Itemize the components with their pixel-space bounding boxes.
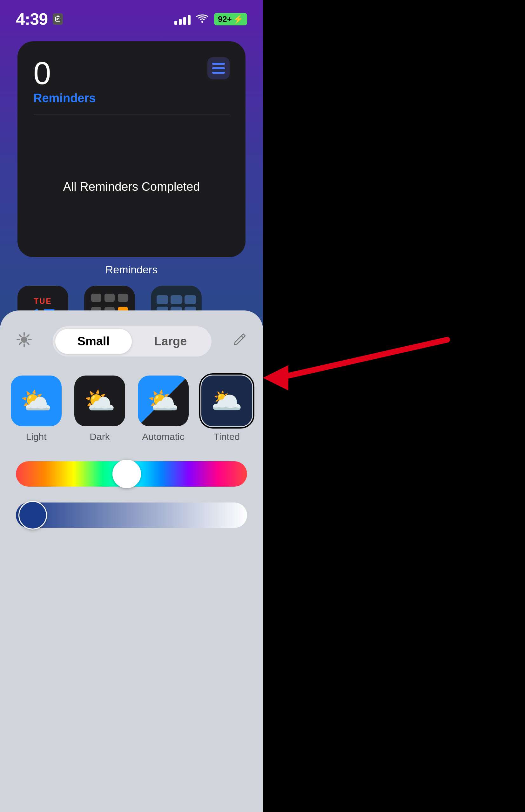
light-style-icon: ⛅ <box>11 376 62 426</box>
size-toggle[interactable]: Small Large <box>53 326 212 356</box>
phone-screen: 4:39 <box>0 0 263 812</box>
color-slider-thumb[interactable] <box>112 460 141 488</box>
style-options-row: ⛅ Light ⛅ Dark ⛅ Automatic <box>16 376 247 442</box>
large-size-button[interactable]: Large <box>132 329 209 354</box>
tinted-style-label: Tinted <box>214 431 240 442</box>
red-arrow-container <box>263 321 453 392</box>
svg-marker-20 <box>263 365 288 390</box>
red-arrow-icon <box>263 321 453 390</box>
automatic-style-label: Automatic <box>142 431 184 442</box>
automatic-style-option[interactable]: ⛅ Automatic <box>138 376 189 442</box>
status-icons: 92+ ⚡ <box>174 12 247 26</box>
brightness-icon[interactable] <box>16 332 32 352</box>
light-style-option[interactable]: ⛅ Light <box>11 376 62 442</box>
list-icon <box>207 57 230 79</box>
color-slider[interactable] <box>16 461 247 487</box>
edit-icon[interactable] <box>232 332 247 351</box>
color-slider-track <box>16 461 247 487</box>
svg-rect-7 <box>212 72 225 74</box>
widget-editor-panel: Small Large ⛅ Light <box>0 310 263 812</box>
reminder-count: 0 <box>33 57 230 89</box>
tinted-style-option[interactable]: 🌥️ Tinted <box>201 376 252 442</box>
svg-rect-6 <box>212 67 225 69</box>
dark-style-label: Dark <box>90 431 109 442</box>
dark-style-icon: ⛅ <box>74 376 125 426</box>
svg-line-19 <box>279 340 447 378</box>
brightness-slider-track <box>16 503 247 528</box>
svg-line-16 <box>19 342 21 344</box>
dark-style-option[interactable]: ⛅ Dark <box>74 376 125 442</box>
svg-line-13 <box>19 335 21 337</box>
svg-rect-5 <box>212 63 225 65</box>
svg-line-17 <box>241 336 243 338</box>
widget-label: Reminders <box>0 263 263 276</box>
svg-line-15 <box>27 335 29 337</box>
notification-icon <box>53 13 63 25</box>
svg-point-8 <box>21 336 27 343</box>
brightness-slider[interactable] <box>16 503 247 528</box>
status-bar: 4:39 <box>0 0 263 32</box>
automatic-style-icon: ⛅ <box>138 376 189 426</box>
small-size-button[interactable]: Small <box>55 329 132 354</box>
status-time: 4:39 <box>16 10 48 29</box>
light-style-label: Light <box>26 431 46 442</box>
signal-icon <box>174 13 191 25</box>
battery-indicator: 92+ ⚡ <box>214 13 247 26</box>
svg-line-14 <box>27 342 29 344</box>
widget-title: Reminders <box>33 91 230 105</box>
reminders-widget: 0 Reminders All Reminders Completed <box>17 41 245 257</box>
completion-message: All Reminders Completed <box>17 180 245 194</box>
wifi-icon <box>196 12 208 26</box>
panel-controls: Small Large <box>16 326 247 356</box>
svg-rect-1 <box>57 16 59 17</box>
tinted-style-icon: 🌥️ <box>201 376 252 426</box>
svg-point-4 <box>201 21 203 23</box>
black-area <box>263 0 525 812</box>
brightness-slider-thumb[interactable] <box>18 501 47 530</box>
divider <box>33 114 230 115</box>
